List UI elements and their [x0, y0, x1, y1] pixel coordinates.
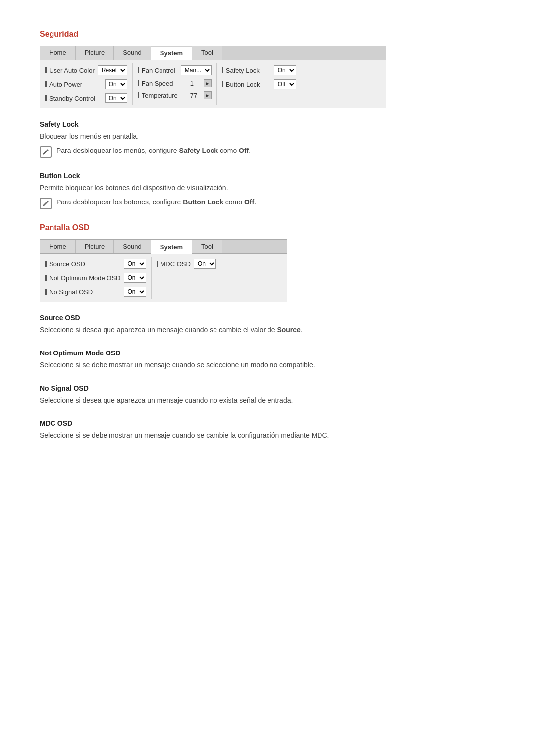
- tab-system-osd[interactable]: System: [151, 240, 192, 254]
- tab-home-osd[interactable]: Home: [40, 240, 76, 253]
- button-lock-select[interactable]: Off On: [274, 79, 296, 89]
- standby-control-row: Standby Control On Off: [45, 91, 127, 105]
- fan-control-row: Fan Control Man... Auto: [138, 63, 212, 77]
- button-lock-note-text: Para desbloquear los botones, configure …: [56, 197, 256, 207]
- standby-control-bar: [45, 95, 47, 101]
- seguridad-menu-tabs: Home Picture Sound System Tool: [40, 46, 386, 60]
- no-signal-osd-subtitle: No Signal OSD: [40, 384, 495, 392]
- source-osd-label: Source OSD: [49, 260, 121, 268]
- safety-lock-section: Safety Lock Bloquear los menús en pantal…: [40, 120, 495, 158]
- source-osd-select[interactable]: On Off: [124, 259, 146, 269]
- not-optimum-osd-label: Not Optimum Mode OSD: [49, 274, 121, 282]
- mdc-osd-row: MDC OSD On Off: [157, 257, 216, 271]
- tab-home-seg[interactable]: Home: [40, 46, 76, 60]
- tab-tool-seg[interactable]: Tool: [192, 46, 222, 60]
- pencil-icon: [42, 149, 49, 155]
- pantalla-osd-section: Pantalla OSD Home Picture Sound System T…: [40, 223, 495, 441]
- mdc-osd-label: MDC OSD: [160, 260, 191, 268]
- seguridad-col-2: Fan Control Man... Auto Fan Speed 1 ► Te…: [133, 63, 217, 105]
- not-optimum-osd-bar: [45, 275, 47, 281]
- tab-tool-osd[interactable]: Tool: [192, 240, 222, 253]
- source-osd-bar: [45, 261, 47, 267]
- not-optimum-osd-desc: Not Optimum Mode OSD Seleccione si se de…: [40, 349, 495, 370]
- safety-lock-row: Safety Lock On Off: [222, 63, 296, 77]
- user-auto-color-bar: [45, 67, 47, 73]
- source-osd-row: Source OSD On Off: [45, 257, 146, 271]
- safety-lock-body: Bloquear los menús en pantalla.: [40, 131, 495, 142]
- fan-control-select[interactable]: Man... Auto: [181, 65, 212, 75]
- auto-power-bar: [45, 81, 47, 87]
- no-signal-osd-select[interactable]: On Off: [124, 287, 146, 297]
- osd-menu-body: Source OSD On Off Not Optimum Mode OSD O…: [40, 254, 287, 302]
- not-optimum-osd-select[interactable]: On Off: [124, 273, 146, 283]
- temperature-row: Temperature 77 ►: [138, 89, 212, 101]
- standby-control-label: Standby Control: [49, 95, 102, 102]
- standby-control-select[interactable]: On Off: [105, 93, 127, 103]
- seguridad-col-3: Safety Lock On Off Button Lock Off On: [217, 63, 301, 105]
- button-lock-row: Button Lock Off On: [222, 77, 296, 91]
- tab-system-seg[interactable]: System: [151, 47, 192, 60]
- fan-speed-value: 1: [190, 80, 202, 87]
- osd-col-1: Source OSD On Off Not Optimum Mode OSD O…: [40, 257, 152, 299]
- fan-speed-label: Fan Speed: [142, 80, 187, 87]
- fan-control-bar: [138, 67, 139, 73]
- temperature-arrow[interactable]: ►: [204, 91, 212, 99]
- safety-lock-note-icon: [40, 146, 52, 158]
- auto-power-label: Auto Power: [49, 81, 102, 88]
- source-osd-desc: Source OSD Seleccione si desea que apare…: [40, 314, 495, 335]
- mdc-osd-body: Seleccione si se debe mostrar un mensaje…: [40, 430, 495, 441]
- osd-col-2: MDC OSD On Off: [152, 257, 221, 299]
- safety-lock-select[interactable]: On Off: [274, 65, 296, 75]
- safety-lock-note: Para desbloquear los menús, configure Sa…: [40, 146, 495, 158]
- mdc-osd-bar: [157, 261, 158, 267]
- auto-power-select[interactable]: On Off: [105, 79, 127, 89]
- user-auto-color-row: User Auto Color Reset: [45, 63, 127, 77]
- user-auto-color-select[interactable]: Reset: [98, 65, 127, 75]
- button-lock-label: Button Lock: [226, 81, 271, 88]
- not-optimum-osd-subtitle: Not Optimum Mode OSD: [40, 349, 495, 357]
- safety-lock-note-text: Para desbloquear los menús, configure Sa…: [56, 146, 251, 156]
- seguridad-menu-table: Home Picture Sound System Tool User Auto…: [40, 46, 386, 108]
- tab-sound-osd[interactable]: Sound: [114, 240, 151, 253]
- button-lock-bar: [222, 81, 223, 87]
- safety-lock-subtitle: Safety Lock: [40, 120, 495, 128]
- safety-lock-bar: [222, 67, 223, 73]
- seguridad-section: Seguridad Home Picture Sound System Tool…: [40, 30, 495, 209]
- osd-menu-table: Home Picture Sound System Tool Source OS…: [40, 239, 287, 302]
- mdc-osd-select[interactable]: On Off: [194, 259, 216, 269]
- temperature-label: Temperature: [142, 92, 187, 99]
- fan-speed-arrow[interactable]: ►: [204, 79, 212, 87]
- auto-power-row: Auto Power On Off: [45, 77, 127, 91]
- tab-sound-seg[interactable]: Sound: [114, 46, 151, 60]
- pantalla-osd-title: Pantalla OSD: [40, 223, 495, 232]
- button-lock-subtitle: Button Lock: [40, 172, 495, 180]
- button-lock-note-icon: [40, 198, 52, 209]
- button-lock-section: Button Lock Permite bloquear los botones…: [40, 172, 495, 209]
- not-optimum-osd-row: Not Optimum Mode OSD On Off: [45, 271, 146, 285]
- fan-control-label: Fan Control: [142, 67, 178, 74]
- tab-picture-seg[interactable]: Picture: [76, 46, 114, 60]
- fan-speed-row: Fan Speed 1 ►: [138, 77, 212, 89]
- no-signal-osd-row: No Signal OSD On Off: [45, 285, 146, 299]
- user-auto-color-label: User Auto Color: [49, 67, 95, 74]
- button-lock-note: Para desbloquear los botones, configure …: [40, 197, 495, 209]
- button-lock-body: Permite bloquear los botones del disposi…: [40, 183, 495, 193]
- seguridad-menu-body: User Auto Color Reset Auto Power On Off …: [40, 60, 386, 108]
- pencil-icon-2: [42, 200, 49, 207]
- no-signal-osd-desc: No Signal OSD Seleccione si desea que ap…: [40, 384, 495, 405]
- mdc-osd-subtitle: MDC OSD: [40, 419, 495, 427]
- not-optimum-osd-body: Seleccione si se debe mostrar un mensaje…: [40, 360, 495, 370]
- source-osd-body: Seleccione si desea que aparezca un mens…: [40, 325, 495, 335]
- no-signal-osd-bar: [45, 289, 47, 295]
- temperature-bar: [138, 92, 139, 98]
- tab-picture-osd[interactable]: Picture: [76, 240, 114, 253]
- temperature-value: 77: [190, 92, 202, 99]
- safety-lock-label: Safety Lock: [226, 67, 271, 74]
- mdc-osd-desc: MDC OSD Seleccione si se debe mostrar un…: [40, 419, 495, 441]
- seguridad-title: Seguridad: [40, 30, 495, 39]
- no-signal-osd-label: No Signal OSD: [49, 288, 121, 296]
- source-osd-subtitle: Source OSD: [40, 314, 495, 322]
- osd-menu-tabs: Home Picture Sound System Tool: [40, 240, 287, 254]
- seguridad-col-1: User Auto Color Reset Auto Power On Off …: [40, 63, 133, 105]
- no-signal-osd-body: Seleccione si desea que aparezca un mens…: [40, 395, 495, 405]
